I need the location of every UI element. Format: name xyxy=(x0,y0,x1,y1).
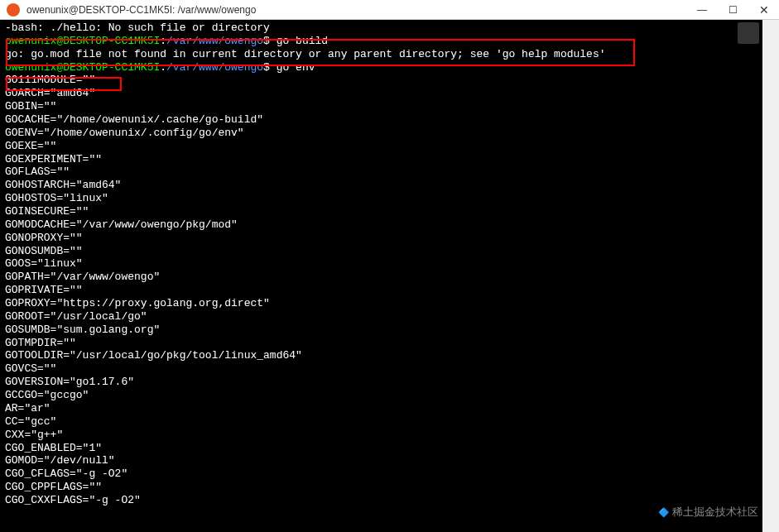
prompt-line-2: owenunix@DESKTOP-CC1MK5I:/var/www/owengo… xyxy=(5,61,774,74)
env-line: GOPATH="/var/www/owengo" xyxy=(5,271,774,284)
terminal-area[interactable]: -bash: ./hello: No such file or director… xyxy=(0,20,779,532)
go-env-output: GO111MODULE=""GOARCH="amd64"GOBIN=""GOCA… xyxy=(5,74,774,506)
env-line: GOINSECURE="" xyxy=(5,205,774,218)
env-line: GOFLAGS="" xyxy=(5,165,774,179)
env-line: GONOSUMDB="" xyxy=(5,245,774,258)
env-line: GOEXPERIMENT="" xyxy=(5,153,774,166)
env-line: GOEXE="" xyxy=(5,140,774,153)
command-go-build: go build xyxy=(276,35,328,47)
env-line: GOPRIVATE="" xyxy=(5,284,774,297)
env-line: GCCGO="gccgo" xyxy=(5,389,774,402)
env-line: GOHOSTOS="linux" xyxy=(5,192,774,205)
scrollbar-area[interactable] xyxy=(762,20,779,532)
env-line: GOHOSTARCH="amd64" xyxy=(5,179,774,192)
env-line: GOPROXY="https://proxy.golang.org,direct… xyxy=(5,297,774,310)
env-line: GOTOOLDIR="/usr/local/go/pkg/tool/linux_… xyxy=(5,349,774,362)
go-build-error: go: go.mod file not found in current dir… xyxy=(5,48,774,61)
ubuntu-icon xyxy=(7,3,20,17)
env-line: GOARCH="amd64" xyxy=(5,87,774,100)
env-line: CGO_ENABLED="1" xyxy=(5,442,774,455)
env-line: GOBIN="" xyxy=(5,100,774,113)
env-line: AR="ar" xyxy=(5,402,774,415)
env-line: GOTMPDIR="" xyxy=(5,337,774,350)
watermark-text: 稀土掘金技术社区 xyxy=(658,505,758,520)
prompt-user: owenunix@DESKTOP-CC1MK5I xyxy=(5,35,160,47)
env-line: GOVCS="" xyxy=(5,362,774,376)
prompt-path: /var/www/owengo xyxy=(166,35,263,47)
env-line: GOOS="linux" xyxy=(5,257,774,271)
window-title: owenunix@DESKTOP-CC1MK5I: /var/www/oweng… xyxy=(26,4,694,16)
env-line: CGO_CPPFLAGS="" xyxy=(5,481,774,494)
env-line: CGO_CFLAGS="-g -O2" xyxy=(5,467,774,481)
window-controls xyxy=(694,2,772,18)
prompt-user: owenunix@DESKTOP-CC1MK5I xyxy=(5,61,160,74)
env-line: GOMODCACHE="/var/www/owengo/pkg/mod" xyxy=(5,218,774,232)
watermark-avatar xyxy=(738,22,759,44)
env-line: GOENV="/home/owenunix/.config/go/env" xyxy=(5,127,774,140)
prompt-colon: : xyxy=(160,61,166,74)
bash-error-line: -bash: ./hello: No such file or director… xyxy=(5,22,774,35)
env-line: GO111MODULE="" xyxy=(5,74,774,87)
command-go-env: go env xyxy=(276,61,315,74)
prompt-path: /var/www/owengo xyxy=(166,61,263,74)
minimize-button[interactable] xyxy=(694,2,710,17)
env-line: GOMOD="/dev/null" xyxy=(5,454,774,467)
maximize-button[interactable] xyxy=(725,2,741,17)
env-line: CC="gcc" xyxy=(5,415,774,429)
env-line: GOSUMDB="sum.golang.org" xyxy=(5,324,774,337)
env-line: GOCACHE="/home/owenunix/.cache/go-build" xyxy=(5,113,774,127)
close-button[interactable] xyxy=(756,2,772,18)
prompt-line-1: owenunix@DESKTOP-CC1MK5I:/var/www/owengo… xyxy=(5,35,774,48)
env-line: GONOPROXY="" xyxy=(5,232,774,245)
env-line: CXX="g++" xyxy=(5,429,774,442)
prompt-dollar: $ xyxy=(263,61,270,74)
window-titlebar: owenunix@DESKTOP-CC1MK5I: /var/www/oweng… xyxy=(0,0,779,20)
env-line: GOVERSION="go1.17.6" xyxy=(5,376,774,389)
env-line: GOROOT="/usr/local/go" xyxy=(5,310,774,324)
prompt-dollar: $ xyxy=(263,35,270,47)
prompt-colon: : xyxy=(160,35,166,47)
